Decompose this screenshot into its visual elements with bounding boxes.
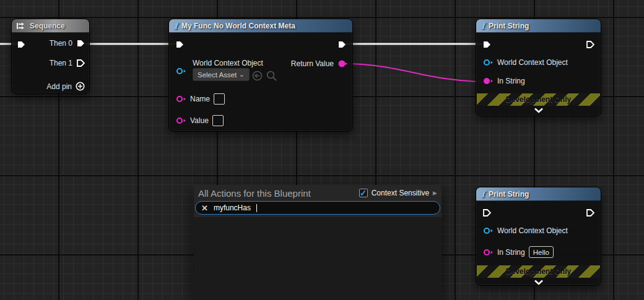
world-context-object-label: World Context Object	[497, 58, 568, 67]
function-icon: f	[481, 22, 485, 30]
sequence-node-header[interactable]: Sequence	[12, 19, 89, 33]
node-sequence[interactable]: Sequence Then 0 Then 1 Add pin	[11, 19, 90, 94]
clear-search-icon[interactable]: ✕	[201, 204, 208, 212]
node-my-func[interactable]: f My Func No World Context Meta World Co…	[168, 19, 353, 132]
in-string-pin[interactable]	[483, 249, 494, 256]
then1-exec-out-pin[interactable]	[76, 59, 85, 67]
exec-in-pin[interactable]	[17, 40, 25, 49]
my-func-node-header[interactable]: f My Func No World Context Meta	[169, 19, 352, 33]
browse-asset-icon[interactable]	[266, 71, 277, 81]
select-asset-label: Select Asset	[198, 71, 237, 79]
world-context-object-pin[interactable]	[176, 67, 186, 75]
function-icon: f	[481, 190, 485, 199]
world-context-object-pin[interactable]	[483, 59, 494, 66]
sequence-icon	[17, 22, 26, 30]
exec-in-pin[interactable]	[175, 40, 184, 49]
select-asset-dropdown[interactable]: Select Asset ⌄	[193, 68, 250, 81]
action-results-list	[194, 217, 442, 300]
node-title: Sequence	[30, 22, 65, 30]
world-context-object-pin[interactable]	[483, 227, 494, 234]
expand-chevron-icon[interactable]	[534, 108, 544, 113]
in-string-pin[interactable]	[483, 77, 494, 85]
dropdown-chevron-icon: ⌄	[239, 73, 245, 75]
action-menu-header: All Actions for this Blueprint ✓ Context…	[194, 185, 442, 201]
exec-in-pin[interactable]	[482, 40, 491, 49]
value-pin[interactable]	[176, 117, 186, 124]
development-only-label: Development Only	[506, 267, 571, 276]
value-input[interactable]	[212, 115, 224, 126]
world-context-object-label: World Context Object	[193, 59, 263, 67]
text-cursor	[256, 204, 258, 212]
context-sensitive-label: Context Sensitive	[372, 189, 429, 197]
use-selected-asset-icon[interactable]	[252, 71, 263, 81]
exec-in-pin[interactable]	[482, 208, 491, 217]
function-icon: f	[174, 22, 178, 30]
context-sensitive-checkbox[interactable]: ✓	[359, 189, 368, 197]
print-string-node-header[interactable]: f Print String	[476, 187, 601, 201]
exec-out-pin[interactable]	[586, 208, 594, 217]
search-query-text: myfuncHas	[214, 204, 251, 212]
name-pin[interactable]	[176, 95, 186, 103]
development-only-label: Development Only	[506, 95, 571, 104]
development-only-banner: Development Only	[477, 93, 600, 106]
node-title: Print String	[489, 22, 529, 30]
expand-chevron-icon[interactable]	[534, 280, 544, 285]
node-title: Print String	[489, 190, 529, 199]
node-title: My Func No World Context Meta	[181, 22, 295, 30]
return-value-label: Return Value	[291, 59, 334, 68]
action-menu-title: All Actions for this Blueprint	[198, 188, 355, 199]
exec-out-pin[interactable]	[586, 40, 594, 49]
node-print-string-top[interactable]: f Print String World Context Object	[476, 19, 601, 116]
in-string-label: In String	[497, 248, 525, 257]
graph-canvas[interactable]: Sequence Then 0 Then 1 Add pin	[0, 0, 644, 300]
name-input[interactable]	[214, 93, 225, 105]
exec-out-pin[interactable]	[337, 40, 346, 49]
then0-label: Then 0	[50, 39, 72, 48]
add-pin-label: Add pin	[46, 82, 72, 91]
name-label: Name	[190, 95, 210, 103]
in-string-label: In String	[497, 77, 525, 85]
add-pin-icon[interactable]	[76, 82, 85, 91]
in-string-input[interactable]: Hello	[529, 246, 554, 258]
return-value-pin[interactable]	[337, 59, 347, 68]
data-wire-returnvalue-to-instring[interactable]	[344, 64, 487, 82]
node-print-string-bottom[interactable]: f Print String World Context Object	[476, 187, 601, 286]
value-label: Value	[190, 116, 209, 125]
menu-expand-arrow-icon[interactable]: ▶	[433, 190, 437, 196]
blueprint-action-menu[interactable]: All Actions for this Blueprint ✓ Context…	[194, 185, 442, 300]
print-string-node-header[interactable]: f Print String	[476, 19, 601, 33]
world-context-object-label: World Context Object	[497, 226, 568, 235]
action-search-input[interactable]: ✕ myfuncHas	[195, 201, 440, 215]
check-icon: ✓	[360, 189, 367, 197]
development-only-banner: Development Only	[477, 265, 600, 278]
then0-exec-out-pin[interactable]	[76, 39, 85, 48]
then1-label: Then 1	[50, 59, 72, 67]
